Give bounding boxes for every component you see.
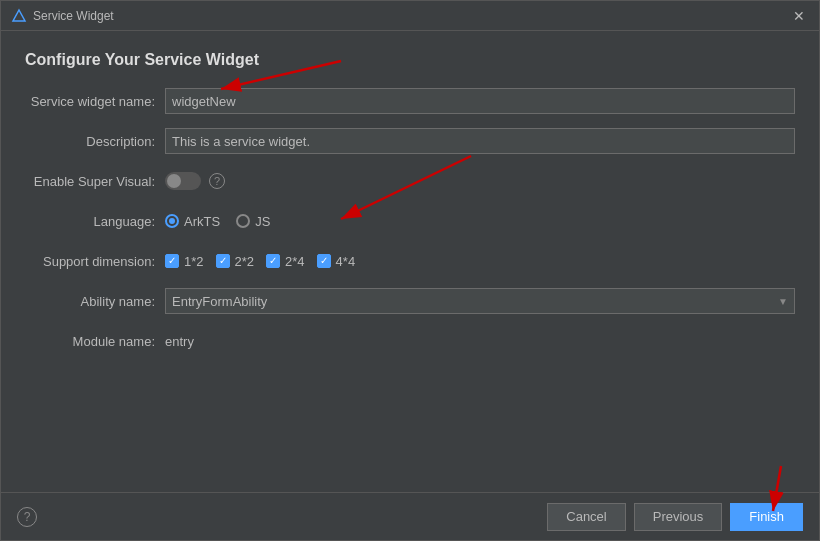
toggle-thumb [167,174,181,188]
dimension-4x4-checkbox[interactable]: ✓ [317,254,331,268]
ability-name-dropdown[interactable]: EntryFormAbility ▼ [165,288,795,314]
dimension-1x2-check: ✓ [168,256,176,266]
dimension-1x2-label: 1*2 [184,254,204,269]
dimension-2x2-checkbox[interactable]: ✓ [216,254,230,268]
language-js-radio[interactable] [236,214,250,228]
dimension-2x4-check: ✓ [269,256,277,266]
dialog-title: Configure Your Service Widget [25,51,795,69]
language-js-label: JS [255,214,270,229]
support-dimension-row: Support dimension: ✓ 1*2 ✓ 2*2 [25,247,795,275]
service-widget-name-label: Service widget name: [25,94,165,109]
language-row: Language: ArkTS JS [25,207,795,235]
ability-name-value: EntryFormAbility [172,294,267,309]
enable-super-visual-row: Enable Super Visual: ? [25,167,795,195]
module-name-label: Module name: [25,334,165,349]
super-visual-help-icon[interactable]: ? [209,173,225,189]
support-dimension-control: ✓ 1*2 ✓ 2*2 ✓ 2*4 [165,254,795,269]
description-input[interactable] [165,128,795,154]
support-dimension-label: Support dimension: [25,254,165,269]
language-arkts-option[interactable]: ArkTS [165,214,220,229]
dimension-4x4-check: ✓ [320,256,328,266]
description-control [165,128,795,154]
finish-button[interactable]: Finish [730,503,803,531]
dimension-4x4-item[interactable]: ✓ 4*4 [317,254,356,269]
dialog-container: Service Widget ✕ Configure Your Service … [0,0,820,541]
support-dimension-checkbox-group: ✓ 1*2 ✓ 2*2 ✓ 2*4 [165,254,355,269]
language-control: ArkTS JS [165,214,795,229]
dimension-2x2-label: 2*2 [235,254,255,269]
description-row: Description: [25,127,795,155]
svg-marker-0 [13,10,25,21]
close-button[interactable]: ✕ [789,9,809,23]
dimension-2x4-label: 2*4 [285,254,305,269]
footer-help-icon[interactable]: ? [17,507,37,527]
service-widget-name-input[interactable] [165,88,795,114]
window-title: Service Widget [33,9,114,23]
service-widget-name-row: Service widget name: [25,87,795,115]
toggle-track [165,172,201,190]
dimension-2x4-item[interactable]: ✓ 2*4 [266,254,305,269]
dialog-footer: ? Cancel Previous Finish [1,492,819,540]
module-name-control: entry [165,334,795,349]
title-bar-left: Service Widget [11,8,114,24]
language-label: Language: [25,214,165,229]
footer-right: Cancel Previous Finish [547,503,803,531]
enable-super-visual-label: Enable Super Visual: [25,174,165,189]
description-label: Description: [25,134,165,149]
ability-name-row: Ability name: EntryFormAbility ▼ [25,287,795,315]
title-bar: Service Widget ✕ [1,1,819,31]
dimension-2x2-item[interactable]: ✓ 2*2 [216,254,255,269]
ability-name-control: EntryFormAbility ▼ [165,288,795,314]
dimension-4x4-label: 4*4 [336,254,356,269]
dialog-content: Configure Your Service Widget Service wi… [1,31,819,492]
language-arkts-radio[interactable] [165,214,179,228]
app-icon [11,8,27,24]
dimension-1x2-checkbox[interactable]: ✓ [165,254,179,268]
ability-name-label: Ability name: [25,294,165,309]
enable-super-visual-control: ? [165,172,795,190]
language-js-option[interactable]: JS [236,214,270,229]
dropdown-arrow-icon: ▼ [778,296,788,307]
dimension-2x4-checkbox[interactable]: ✓ [266,254,280,268]
module-name-value: entry [165,334,194,349]
footer-help-label: ? [24,510,31,524]
dimension-1x2-item[interactable]: ✓ 1*2 [165,254,204,269]
dimension-2x2-check: ✓ [219,256,227,266]
language-arkts-label: ArkTS [184,214,220,229]
module-name-row: Module name: entry [25,327,795,355]
footer-left: ? [17,507,37,527]
service-widget-name-control [165,88,795,114]
previous-button[interactable]: Previous [634,503,723,531]
cancel-button[interactable]: Cancel [547,503,625,531]
language-radio-group: ArkTS JS [165,214,270,229]
enable-super-visual-toggle[interactable] [165,172,201,190]
